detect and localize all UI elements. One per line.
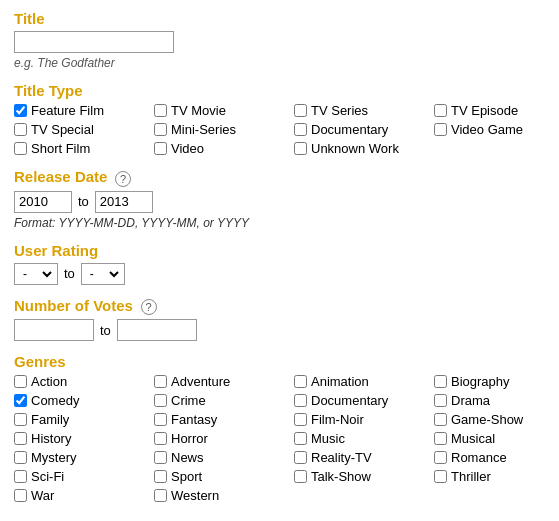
title-type-item-tv_episode: TV Episode [434, 103, 559, 118]
release-date-from[interactable] [14, 191, 72, 213]
checkbox-video_game[interactable] [434, 123, 447, 136]
title-type-item-short_film: Short Film [14, 141, 154, 156]
votes-label: Number of Votes [14, 297, 133, 314]
votes-to-label: to [100, 323, 111, 338]
rating-row: -12345678910 to -12345678910 [14, 263, 545, 285]
checkbox-genre-romance[interactable] [434, 451, 447, 464]
genre-item-biography: Biography [434, 374, 559, 389]
genre-item-mystery: Mystery [14, 450, 154, 465]
genre-item-action: Action [14, 374, 154, 389]
title-type-item-unknown_work: Unknown Work [294, 141, 434, 156]
checkbox-genre-biography[interactable] [434, 375, 447, 388]
genre-item-film_noir: Film-Noir [294, 412, 434, 427]
checkbox-genre-news[interactable] [154, 451, 167, 464]
genre-item-comedy: Comedy [14, 393, 154, 408]
votes-help[interactable]: ? [141, 299, 157, 315]
checkbox-mini_series[interactable] [154, 123, 167, 136]
label-genre-horror: Horror [171, 431, 208, 446]
checkbox-tv_series[interactable] [294, 104, 307, 117]
checkbox-genre-animation[interactable] [294, 375, 307, 388]
release-date-section: Release Date ? to Format: YYYY-MM-DD, YY… [14, 168, 545, 230]
checkbox-genre-western[interactable] [154, 489, 167, 502]
checkbox-genre-music[interactable] [294, 432, 307, 445]
checkbox-genre-mystery[interactable] [14, 451, 27, 464]
genre-item-documentary: Documentary [294, 393, 434, 408]
genre-item-sci_fi: Sci-Fi [14, 469, 154, 484]
checkbox-genre-film_noir[interactable] [294, 413, 307, 426]
rating-to-select[interactable]: -12345678910 [84, 264, 122, 284]
checkbox-genre-sport[interactable] [154, 470, 167, 483]
title-type-item-mini_series: Mini-Series [154, 122, 294, 137]
genre-item-thriller: Thriller [434, 469, 559, 484]
checkbox-unknown_work[interactable] [294, 142, 307, 155]
label-tv_episode: TV Episode [451, 103, 518, 118]
checkbox-genre-adventure[interactable] [154, 375, 167, 388]
checkbox-genre-sci_fi[interactable] [14, 470, 27, 483]
genre-item-animation: Animation [294, 374, 434, 389]
title-input[interactable] [14, 31, 174, 53]
checkbox-genre-horror[interactable] [154, 432, 167, 445]
checkbox-documentary[interactable] [294, 123, 307, 136]
title-type-item-video: Video [154, 141, 294, 156]
release-date-label: Release Date [14, 168, 107, 185]
genre-item-crime: Crime [154, 393, 294, 408]
rating-from-select[interactable]: -12345678910 [17, 264, 55, 284]
checkbox-tv_episode[interactable] [434, 104, 447, 117]
release-date-row: to [14, 191, 545, 213]
label-video: Video [171, 141, 204, 156]
genre-item-game_show: Game-Show [434, 412, 559, 427]
checkbox-genre-comedy[interactable] [14, 394, 27, 407]
votes-from[interactable] [14, 319, 94, 341]
label-genre-family: Family [31, 412, 69, 427]
release-date-to[interactable] [95, 191, 153, 213]
label-mini_series: Mini-Series [171, 122, 236, 137]
checkbox-genre-action[interactable] [14, 375, 27, 388]
votes-to[interactable] [117, 319, 197, 341]
checkbox-genre-history[interactable] [14, 432, 27, 445]
title-type-section: Title Type Feature FilmTV MovieTV Series… [14, 82, 545, 156]
title-hint: e.g. The Godfather [14, 56, 545, 70]
label-genre-war: War [31, 488, 54, 503]
genre-item-horror: Horror [154, 431, 294, 446]
checkbox-genre-crime[interactable] [154, 394, 167, 407]
label-genre-history: History [31, 431, 71, 446]
checkbox-genre-game_show[interactable] [434, 413, 447, 426]
genre-item-fantasy: Fantasy [154, 412, 294, 427]
checkbox-genre-musical[interactable] [434, 432, 447, 445]
label-genre-documentary: Documentary [311, 393, 388, 408]
label-genre-fantasy: Fantasy [171, 412, 217, 427]
checkbox-genre-talk_show[interactable] [294, 470, 307, 483]
checkbox-video[interactable] [154, 142, 167, 155]
title-section: Title e.g. The Godfather [14, 10, 545, 70]
checkbox-feature_film[interactable] [14, 104, 27, 117]
genres-section: Genres ActionAdventureAnimationBiography… [14, 353, 545, 503]
rating-to-spinner[interactable]: -12345678910 [81, 263, 125, 285]
label-genre-mystery: Mystery [31, 450, 77, 465]
genre-item-news: News [154, 450, 294, 465]
release-date-help[interactable]: ? [115, 171, 131, 187]
checkbox-genre-fantasy[interactable] [154, 413, 167, 426]
checkbox-short_film[interactable] [14, 142, 27, 155]
genres-label: Genres [14, 353, 545, 370]
checkbox-genre-documentary[interactable] [294, 394, 307, 407]
checkbox-genre-war[interactable] [14, 489, 27, 502]
genre-item-reality_tv: Reality-TV [294, 450, 434, 465]
checkbox-genre-thriller[interactable] [434, 470, 447, 483]
genre-item-music: Music [294, 431, 434, 446]
label-video_game: Video Game [451, 122, 523, 137]
genre-item-musical: Musical [434, 431, 559, 446]
checkbox-tv_special[interactable] [14, 123, 27, 136]
checkbox-genre-drama[interactable] [434, 394, 447, 407]
label-genre-film_noir: Film-Noir [311, 412, 364, 427]
label-genre-western: Western [171, 488, 219, 503]
title-type-grid: Feature FilmTV MovieTV SeriesTV EpisodeT… [14, 103, 545, 156]
rating-from-spinner[interactable]: -12345678910 [14, 263, 58, 285]
checkbox-tv_movie[interactable] [154, 104, 167, 117]
label-genre-action: Action [31, 374, 67, 389]
checkbox-genre-reality_tv[interactable] [294, 451, 307, 464]
checkbox-genre-family[interactable] [14, 413, 27, 426]
user-rating-section: User Rating -12345678910 to -12345678910 [14, 242, 545, 285]
label-genre-news: News [171, 450, 204, 465]
rating-to-label: to [64, 266, 75, 281]
title-type-label: Title Type [14, 82, 545, 99]
